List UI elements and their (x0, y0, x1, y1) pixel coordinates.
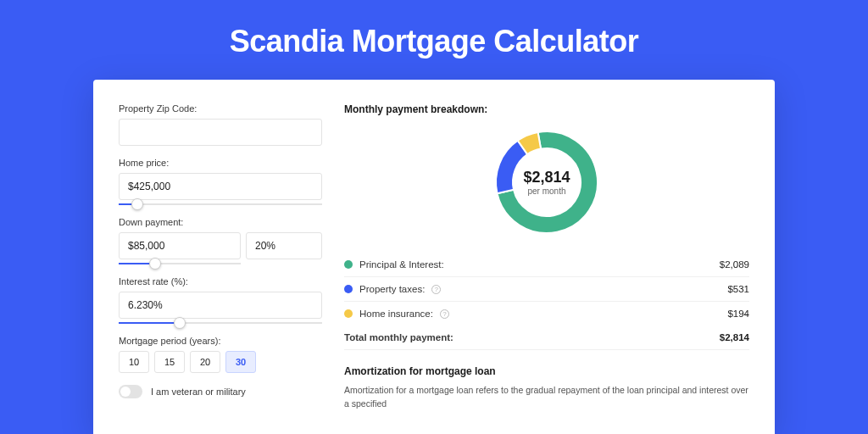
period-label: Mortgage period (years): (119, 336, 322, 346)
legend-value: $194 (727, 309, 749, 319)
form-column: Property Zip Code: Home price: Down paym… (119, 103, 322, 434)
home-price-field: Home price: (119, 158, 322, 205)
down-payment-amount-input[interactable] (119, 232, 241, 259)
calculator-card: Property Zip Code: Home price: Down paym… (93, 80, 775, 434)
home-price-label: Home price: (119, 158, 322, 168)
home-price-input[interactable] (119, 173, 322, 200)
slider-thumb[interactable] (149, 258, 161, 270)
period-button-20[interactable]: 20 (190, 351, 220, 373)
donut-amount: $2,814 (523, 169, 570, 186)
legend-value: $531 (727, 284, 749, 294)
legend-row: Principal & Interest:$2,089 (344, 253, 749, 277)
slider-thumb[interactable] (131, 198, 143, 210)
total-label: Total monthly payment: (344, 332, 453, 342)
period-button-30[interactable]: 30 (225, 351, 256, 373)
page-title: Scandia Mortgage Calculator (0, 0, 868, 80)
interest-rate-slider[interactable] (119, 322, 322, 324)
legend-total-row: Total monthly payment: $2,814 (344, 326, 749, 350)
info-icon[interactable]: ? (440, 309, 449, 319)
amortization-section: Amortization for mortgage loan Amortizat… (344, 365, 749, 411)
period-button-10[interactable]: 10 (119, 351, 149, 373)
veteran-label: I am veteran or military (151, 387, 246, 397)
veteran-row: I am veteran or military (119, 385, 322, 398)
down-payment-label: Down payment: (119, 217, 322, 227)
legend-dot (344, 309, 353, 318)
down-payment-percent-input[interactable] (246, 232, 322, 259)
period-button-15[interactable]: 15 (154, 351, 185, 373)
veteran-toggle[interactable] (119, 385, 142, 398)
breakdown-title: Monthly payment breakdown: (344, 103, 749, 115)
toggle-knob (120, 387, 131, 397)
zip-input[interactable] (119, 119, 322, 146)
interest-rate-label: Interest rate (%): (119, 276, 322, 287)
legend-row: Property taxes: ?$531 (344, 277, 749, 302)
donut-center: $2,814 per month (492, 127, 602, 237)
home-price-slider[interactable] (119, 203, 322, 205)
legend-label: Property taxes: (359, 284, 425, 294)
interest-rate-input[interactable] (119, 292, 322, 319)
zip-label: Property Zip Code: (119, 103, 322, 114)
legend-dot (344, 260, 353, 269)
period-field: Mortgage period (years): 10152030 (119, 336, 322, 373)
legend-label: Principal & Interest: (359, 259, 444, 270)
donut-sub: per month (527, 186, 565, 196)
down-payment-slider[interactable] (119, 263, 241, 264)
legend-dot (344, 285, 353, 293)
zip-field: Property Zip Code: (119, 103, 322, 146)
total-value: $2,814 (720, 332, 749, 342)
info-icon[interactable]: ? (431, 285, 441, 294)
down-payment-field: Down payment: (119, 217, 322, 264)
legend-value: $2,089 (720, 259, 749, 270)
slider-thumb[interactable] (174, 317, 186, 329)
amortization-text: Amortization for a mortgage loan refers … (344, 384, 749, 411)
amortization-title: Amortization for mortgage loan (344, 365, 749, 377)
donut-chart-container: $2,814 per month (344, 127, 749, 237)
interest-rate-field: Interest rate (%): (119, 276, 322, 324)
results-column: Monthly payment breakdown: $2,814 per mo… (344, 103, 749, 434)
legend-label: Home insurance: (359, 309, 433, 319)
legend: Principal & Interest:$2,089Property taxe… (344, 253, 749, 326)
legend-row: Home insurance: ?$194 (344, 302, 749, 326)
